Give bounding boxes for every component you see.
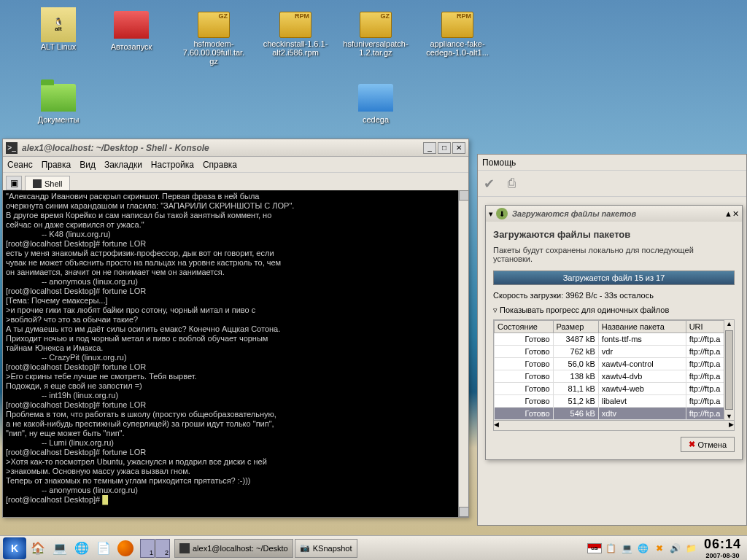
taskbar-clock[interactable]: 06:14 2007-08-30 xyxy=(701,537,744,559)
desktop-icon-hsfpatch[interactable]: hsfuniversalpatch-1.2.tar.gz xyxy=(343,7,409,57)
maximize-button[interactable]: □ xyxy=(438,142,451,154)
window-title: Загружаются файлы пакетов xyxy=(512,209,724,218)
download-window[interactable]: ▾ ⬇ Загружаются файлы пакетов ▲ ✕ Загруж… xyxy=(485,205,743,460)
new-tab-button[interactable]: ▣ xyxy=(6,176,22,190)
col-size[interactable]: Размер xyxy=(553,321,598,333)
tab-shell[interactable]: Shell xyxy=(25,176,70,190)
desktop-icon-appliance[interactable]: appliance-fake-cedega-1.0-alt1... xyxy=(425,7,490,57)
col-package[interactable]: Название пакета xyxy=(598,321,686,333)
folder-icon xyxy=(358,84,393,112)
pager-desktop-1[interactable]: 1 xyxy=(140,539,155,558)
konsole-titlebar[interactable]: >_ alex1@localhost: ~/Desktop - Shell - … xyxy=(3,139,468,157)
system-tray: us 📋 💻 🌐 ✖ 🔊 📁 06:14 2007-08-30 xyxy=(587,537,744,559)
download-heading: Загружаются файлы пакетов xyxy=(493,229,735,240)
window-title: alex1@localhost: ~/Desktop - Shell - Kon… xyxy=(22,143,422,153)
col-status[interactable]: Состояние xyxy=(495,321,554,333)
toolbar-icon[interactable]: ✔ xyxy=(484,176,495,192)
camera-icon: 📷 xyxy=(300,543,310,553)
keyboard-layout-indicator[interactable]: us xyxy=(587,543,602,553)
expander-toggle[interactable]: ▿ Показывать прогресс для одиночных файл… xyxy=(493,306,735,315)
altlinux-icon: 🐧alt xyxy=(41,7,76,42)
terminal-output[interactable]: "Александр Иванович раскрыл скриншот. Пе… xyxy=(3,190,468,517)
pager-desktop-2[interactable]: 2 xyxy=(155,539,170,558)
desktop-pager[interactable]: 1 2 xyxy=(140,539,170,558)
taskbar-item-konsole[interactable]: alex1@localhost: ~/Deskto xyxy=(174,539,293,558)
table-row[interactable]: Готово81,1 kBxawtv4-webftp://ftp.a xyxy=(495,383,734,395)
menu-bookmarks[interactable]: Закладки xyxy=(104,160,142,170)
minimize-button[interactable]: _ xyxy=(423,142,436,154)
folder-icon xyxy=(41,84,76,112)
table-row[interactable]: Готово546 kBxdtvftp://ftp.a xyxy=(495,408,734,420)
tray-icon[interactable]: 💻 xyxy=(621,542,634,555)
menu-session[interactable]: Сеанс xyxy=(7,160,33,170)
table-row[interactable]: Готово3487 kBfonts-ttf-msftp://ftp.a xyxy=(495,333,734,346)
taskbar: K 🏠 💻 🌐 📄 1 2 alex1@localhost: ~/Deskto … xyxy=(0,535,747,560)
tray-icon[interactable]: 🌐 xyxy=(637,542,650,555)
scroll-down-icon[interactable]: ▼ xyxy=(459,507,468,517)
download-table: Состояние Размер Название пакета URI Гот… xyxy=(494,320,734,420)
konqueror-button[interactable]: 🌐 xyxy=(71,538,92,559)
menu-help[interactable]: Помощь xyxy=(482,158,516,168)
download-icon: ⬇ xyxy=(496,208,508,219)
desktop-icon-cedega[interactable]: cedega xyxy=(343,80,409,124)
terminal-icon xyxy=(33,179,42,188)
menu-help[interactable]: Справка xyxy=(203,160,237,170)
tray-icon[interactable]: 📁 xyxy=(685,542,698,555)
package-rpm-icon xyxy=(279,12,311,38)
system-button[interactable]: 💻 xyxy=(50,538,70,559)
desktop-icon-altlinux[interactable]: 🐧altALT Linux xyxy=(26,7,91,51)
table-row[interactable]: Готово762 kBvdrftp://ftp.a xyxy=(495,346,734,358)
table-scrollbar-v[interactable]: ▲ ▼ xyxy=(724,320,734,420)
download-titlebar[interactable]: ▾ ⬇ Загружаются файлы пакетов ▲ ✕ xyxy=(486,206,742,222)
table-row[interactable]: Готово56,0 kBxawtv4-controlftp://ftp.a xyxy=(495,358,734,370)
terminal-icon xyxy=(179,543,190,553)
firefox-button[interactable] xyxy=(115,538,136,559)
office-button[interactable]: 📄 xyxy=(93,538,114,559)
tray-icon[interactable]: 🔊 xyxy=(669,542,682,555)
progress-bar: Загружается файл 15 из 17 xyxy=(493,271,735,285)
menu-view[interactable]: Вид xyxy=(80,160,96,170)
cancel-icon: ✖ xyxy=(689,440,695,449)
taskbar-item-ksnapshot[interactable]: 📷KSnapshot xyxy=(295,539,357,558)
terminal-icon: >_ xyxy=(6,142,18,154)
home-button[interactable]: 🏠 xyxy=(28,538,48,559)
maximize-button[interactable]: ▲ xyxy=(724,209,732,218)
firefox-icon xyxy=(117,540,133,556)
table-row[interactable]: Готово51,2 kBlibalevtftp://ftp.a xyxy=(495,395,734,408)
desktop-icon-autostart[interactable]: Автозапуск xyxy=(98,7,164,51)
folder-icon xyxy=(114,11,149,39)
tray-icon[interactable]: 📋 xyxy=(605,542,618,555)
download-description: Пакеты будут сохранены локально для посл… xyxy=(493,246,735,263)
desktop-icon-checkinstall[interactable]: checkinstall-1.6.1-alt2.i586.rpm xyxy=(263,7,328,57)
archive-gz-icon xyxy=(360,12,392,38)
menu-edit[interactable]: Правка xyxy=(42,160,71,170)
archive-gz-icon xyxy=(198,12,230,38)
terminal-scrollbar[interactable]: ▲ ▼ xyxy=(458,190,468,517)
cancel-button[interactable]: ✖Отмена xyxy=(681,437,735,452)
konsole-window[interactable]: >_ alex1@localhost: ~/Desktop - Shell - … xyxy=(2,139,469,518)
scroll-up-icon[interactable]: ▲ xyxy=(459,190,468,201)
toolbar-icon[interactable]: ⎙ xyxy=(508,176,516,191)
tray-icon[interactable]: ✖ xyxy=(653,542,666,555)
table-row[interactable]: Готово138 kBxawtv4-dvbftp://ftp.a xyxy=(495,370,734,383)
menu-settings[interactable]: Настройка xyxy=(151,160,194,170)
window-menu-button[interactable]: ▾ xyxy=(489,209,493,219)
desktop-icon-hsfmodem[interactable]: hsfmodem-7.60.00.09full.tar.gz xyxy=(181,7,247,66)
download-speed: Скорость загрузки: 3962 B/c - 33s остало… xyxy=(493,291,735,300)
close-button[interactable]: ✕ xyxy=(452,142,465,154)
package-rpm-icon xyxy=(441,12,473,38)
desktop-icon-documents[interactable]: Документы xyxy=(26,80,91,124)
kmenu-button[interactable]: K xyxy=(3,537,26,559)
konsole-tabbar: ▣ Shell xyxy=(3,173,468,190)
konsole-menubar: Сеанс Правка Вид Закладки Настройка Спра… xyxy=(3,157,468,173)
table-scrollbar-h[interactable]: ◀▶ xyxy=(494,420,734,430)
close-button[interactable]: ✕ xyxy=(732,209,739,219)
